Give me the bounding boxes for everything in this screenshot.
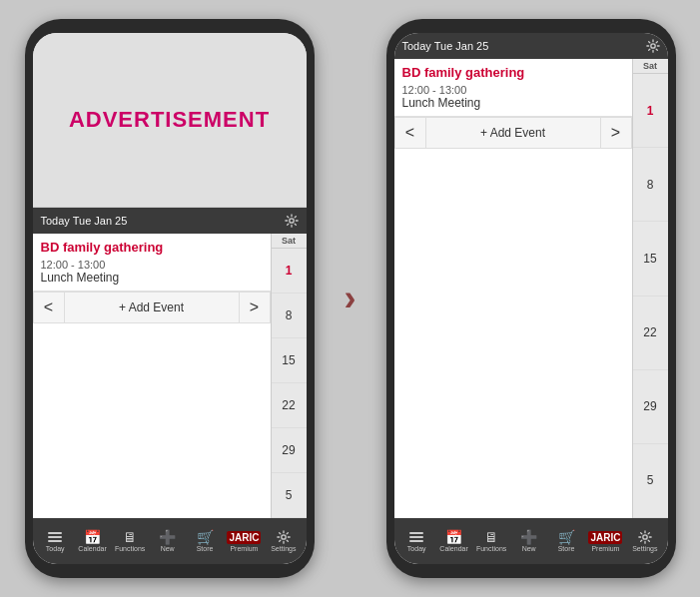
left-toolbar: Today 📅 Calendar 🖥 Functions ➕ New 🛒 Sto… [33,518,307,564]
svg-point-1 [282,535,286,539]
left-cal-dates: 1 8 15 22 29 5 [272,249,307,518]
advertisement-panel: ADVERTISEMENT [33,33,307,208]
left-event-title: BD family gathering [41,240,263,255]
right-plus-box-icon: ➕ [520,530,537,544]
right-star-badge-icon: JARIC [588,531,622,544]
left-cal-date-1[interactable]: 1 [272,249,307,294]
left-next-button[interactable]: > [239,293,271,322]
right-toolbar-premium-label: Premium [591,545,619,552]
right-gear-settings-icon [638,530,652,544]
right-toolbar-today-label: Today [407,545,426,552]
left-toolbar-store-label: Store [197,545,214,552]
settings-gear-icon[interactable] [285,214,299,228]
calendar-icon: 📅 [84,530,101,544]
star-badge-icon: JARIC [227,531,261,544]
right-hamburger-icon [407,530,425,544]
right-cal-date-5[interactable]: 5 [633,444,668,518]
plus-box-icon: ➕ [159,530,176,544]
ad-label: ADVERTISEMENT [69,107,270,133]
right-toolbar-settings-label: Settings [632,545,657,552]
right-prev-button[interactable]: < [394,118,426,148]
left-toolbar-settings-label: Settings [271,545,296,552]
right-calendar-side: Sat 1 8 15 22 29 5 [632,59,668,518]
left-cal-header: Sat [272,234,307,249]
transition-arrow: › [345,278,356,319]
right-screen: Today Tue Jan 25 BD family gathering 12:… [394,33,668,564]
left-phone: ADVERTISEMENT Today Tue Jan 25 BD family… [25,19,315,578]
left-screen: ADVERTISEMENT Today Tue Jan 25 BD family… [33,33,307,564]
monitor-icon: 🖥 [123,530,137,544]
right-cal-date-22[interactable]: 22 [633,297,668,370]
right-screen-body: BD family gathering 12:00 - 13:00 Lunch … [394,59,668,518]
left-toolbar-premium[interactable]: JARIC Premium [227,531,261,552]
left-add-event-button[interactable]: + Add Event [65,293,239,322]
right-phone: Today Tue Jan 25 BD family gathering 12:… [386,19,676,578]
left-toolbar-calendar[interactable]: 📅 Calendar [78,530,108,552]
cart-icon: 🛒 [197,530,214,544]
left-toolbar-premium-label: Premium [230,545,258,552]
right-content-filler [394,149,632,518]
right-toolbar-settings[interactable]: Settings [630,530,660,552]
left-event-desc: Lunch Meeting [41,271,263,285]
right-event-time: 12:00 - 13:00 [402,84,624,96]
left-cal-date-8[interactable]: 8 [272,294,307,338]
right-settings-gear-icon[interactable] [646,39,660,53]
left-toolbar-settings[interactable]: Settings [269,530,299,552]
right-cal-date-29[interactable]: 29 [633,370,668,444]
right-toolbar-new[interactable]: ➕ New [514,530,544,552]
left-toolbar-functions[interactable]: 🖥 Functions [115,530,145,552]
right-toolbar-calendar-label: Calendar [439,545,467,552]
right-add-event-button[interactable]: + Add Event [426,118,600,148]
left-toolbar-new-label: New [161,545,175,552]
right-header-bar: Today Tue Jan 25 [394,33,668,59]
left-prev-button[interactable]: < [33,293,65,322]
left-toolbar-store[interactable]: 🛒 Store [190,530,220,552]
left-toolbar-calendar-label: Calendar [78,545,106,552]
left-toolbar-today-label: Today [46,545,65,552]
left-event-section: BD family gathering 12:00 - 13:00 Lunch … [33,234,271,292]
right-toolbar-premium[interactable]: JARIC Premium [588,531,622,552]
right-next-button[interactable]: > [600,118,632,148]
left-header-title: Today Tue Jan 25 [41,215,128,227]
right-toolbar-functions[interactable]: 🖥 Functions [476,530,506,552]
right-cal-date-15[interactable]: 15 [633,222,668,296]
gear-settings-icon [277,530,291,544]
hamburger-icon [46,530,64,544]
right-cal-date-1[interactable]: 1 [633,74,668,148]
left-toolbar-new[interactable]: ➕ New [153,530,183,552]
svg-point-3 [643,535,647,539]
right-toolbar-store-label: Store [558,545,575,552]
right-cart-icon: 🛒 [558,530,575,544]
left-cal-date-22[interactable]: 22 [272,383,307,428]
right-main-content: BD family gathering 12:00 - 13:00 Lunch … [394,59,632,518]
right-monitor-icon: 🖥 [484,530,498,544]
left-cal-date-29[interactable]: 29 [272,428,307,473]
right-toolbar-today[interactable]: Today [401,530,431,552]
right-event-section: BD family gathering 12:00 - 13:00 Lunch … [394,59,632,117]
left-header-bar: Today Tue Jan 25 [33,208,307,234]
right-cal-dates: 1 8 15 22 29 5 [633,74,668,518]
right-toolbar-new-label: New [522,545,536,552]
left-cal-date-15[interactable]: 15 [272,338,307,383]
right-toolbar-functions-label: Functions [476,545,506,552]
left-cal-date-5[interactable]: 5 [272,473,307,518]
left-main-content: BD family gathering 12:00 - 13:00 Lunch … [33,234,271,518]
right-toolbar: Today 📅 Calendar 🖥 Functions ➕ New 🛒 Sto… [394,518,668,564]
right-cal-date-8[interactable]: 8 [633,148,668,222]
svg-point-0 [289,219,293,223]
right-nav-buttons: < + Add Event > [394,117,632,149]
left-screen-body: BD family gathering 12:00 - 13:00 Lunch … [33,234,307,518]
left-nav-buttons: < + Add Event > [33,292,271,323]
left-calendar-side: Sat 1 8 15 22 29 5 [271,234,307,518]
svg-point-2 [650,44,654,48]
left-content-filler [33,323,271,518]
left-toolbar-today[interactable]: Today [40,530,70,552]
right-header-title: Today Tue Jan 25 [402,40,489,52]
right-calendar-icon: 📅 [445,530,462,544]
left-event-time: 12:00 - 13:00 [41,259,263,271]
right-cal-header: Sat [633,59,668,74]
right-event-title: BD family gathering [402,65,624,80]
right-toolbar-calendar[interactable]: 📅 Calendar [439,530,469,552]
right-toolbar-store[interactable]: 🛒 Store [551,530,581,552]
left-toolbar-functions-label: Functions [115,545,145,552]
